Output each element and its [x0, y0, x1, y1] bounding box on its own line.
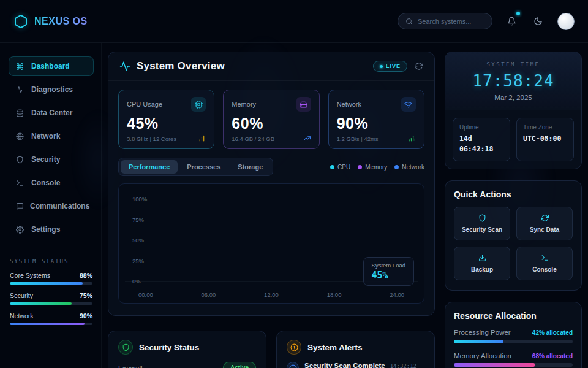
legend-label: Network [402, 164, 424, 171]
resource-label: Memory Allocation [454, 352, 511, 359]
metric-bar-fill [10, 302, 72, 305]
sidebar-item-label: Security [31, 155, 60, 164]
stat-icon [401, 97, 416, 112]
metric-bar-track [10, 302, 92, 305]
time-cell-value: UTC-08:00 [523, 134, 567, 144]
alert-list: Security Scan Complete 14:32:12 No threa… [287, 362, 424, 368]
tab[interactable]: Processes [179, 160, 228, 174]
system-alerts-title: System Alerts [307, 343, 363, 352]
performance-chart: 100% 75% 50% 25% 0% 00:00 06:00 [118, 183, 424, 304]
time-cell-label: Uptime [459, 124, 503, 131]
top-bar: NEXUS OS [0, 0, 588, 43]
sidebar-divider [10, 248, 92, 248]
metric-value: 75% [80, 292, 92, 299]
chart-gridline [125, 240, 418, 240]
sidebar-item-icon [16, 86, 25, 94]
system-time-value: 17:58:24 [454, 72, 573, 90]
live-label: LIVE [386, 63, 401, 69]
system-time-card: SYSTEM TIME 17:58:24 Mar 2, 2025 Uptime … [445, 52, 582, 169]
sidebar-item[interactable]: Network [9, 126, 94, 146]
status-badge: Active [223, 362, 256, 368]
x-axis-tick: 06:00 [202, 291, 216, 298]
refresh-icon [415, 62, 423, 71]
sidebar-item-icon [16, 132, 25, 140]
page-title: System Overview [137, 60, 225, 72]
quick-action-label: Backup [471, 266, 493, 273]
system-status-list: Core Systems 88% Security 75% [9, 272, 94, 325]
stat-label: Network [337, 101, 361, 108]
security-status-title: Security Status [139, 343, 199, 352]
quick-action-button[interactable]: Backup [454, 247, 510, 280]
bottom-row: Security Status Firewall Active System A… [108, 331, 435, 368]
sidebar-item[interactable]: Settings [9, 220, 94, 239]
tab[interactable]: Performance [121, 160, 178, 174]
sidebar-item[interactable]: Diagnostics [9, 80, 94, 99]
sidebar-item[interactable]: Security [9, 150, 94, 169]
stat-value: 90% [337, 115, 416, 132]
x-axis-tick: 00:00 [138, 291, 153, 298]
sidebar-item-icon [16, 202, 24, 210]
system-date: Mar 2, 2025 [454, 94, 573, 101]
shield-icon [118, 340, 133, 355]
resource-bar-track [454, 363, 573, 367]
stat-icon [296, 97, 311, 112]
notifications-button[interactable] [505, 14, 519, 28]
stat-mini-chart-icon [303, 134, 311, 142]
moon-icon [533, 17, 543, 26]
stat-detail: 1.2 GB/s | 42ms [337, 136, 379, 142]
resource-allocation-card: Resource Allocation Processing Power 42%… [445, 302, 582, 368]
resource-bar-track [454, 340, 573, 343]
stat-card: Memory 60% 16.4 GB / 24 GB [223, 90, 319, 149]
stat-value: 45% [127, 115, 206, 132]
system-status-title: SYSTEM STATUS [10, 258, 92, 264]
activity-icon [119, 61, 130, 72]
stat-icon [191, 97, 206, 112]
sidebar-item[interactable]: Data Center [9, 103, 94, 123]
live-dot [380, 65, 383, 68]
metric-value: 90% [80, 312, 92, 320]
resource-rows: Processing Power 42% allocated Memory Al… [454, 329, 573, 367]
sidebar-item-label: Data Center [31, 109, 72, 117]
sidebar-item-label: Dashboard [31, 62, 70, 71]
bell-icon [507, 17, 516, 26]
refresh-button[interactable] [415, 62, 423, 71]
stat-card: Network 90% 1.2 GB/s | 42ms [328, 90, 424, 149]
stat-label: CPU Usage [127, 101, 162, 108]
metric-bar-fill [10, 282, 83, 285]
sidebar-item-icon [16, 63, 25, 71]
system-overview-panel: System Overview LIVE CPU Usage [108, 52, 435, 316]
overview-header: System Overview LIVE [108, 52, 434, 81]
resource-allocation-title: Resource Allocation [454, 311, 573, 321]
stat-detail: 3.8 GHz | 12 Cores [127, 136, 176, 142]
quick-action-button[interactable]: Security Scan [454, 207, 510, 240]
quick-action-button[interactable]: Console [516, 247, 573, 280]
quick-actions-title: Quick Actions [454, 190, 573, 199]
quick-actions-card: Quick Actions Security Scan Sync Data Ba… [445, 180, 582, 291]
notification-dot [516, 12, 520, 15]
sidebar-item[interactable]: Dashboard [9, 56, 94, 76]
sidebar-item[interactable]: Communications [9, 196, 94, 216]
stat-value: 60% [232, 115, 311, 132]
legend-dot [358, 165, 362, 169]
security-row-label: Firewall [118, 364, 143, 368]
quick-action-button[interactable]: Sync Data [516, 207, 573, 240]
sidebar-item-label: Diagnostics [31, 85, 73, 94]
search-box[interactable] [398, 13, 492, 29]
resource-value: 68% allocated [532, 353, 573, 359]
legend-item: CPU [330, 164, 350, 171]
user-avatar[interactable] [557, 13, 575, 30]
sidebar-item[interactable]: Console [9, 173, 94, 193]
hexagon-logo-icon [13, 14, 28, 29]
tab[interactable]: Storage [230, 160, 271, 174]
metric-bar-fill [10, 323, 85, 325]
chart-legend: CPU Memory Network [330, 164, 424, 171]
alert-item[interactable]: Security Scan Complete 14:32:12 No threa… [287, 362, 424, 368]
metric-label: Security [10, 292, 33, 299]
live-badge: LIVE [373, 61, 407, 72]
sidebar-item-label: Settings [31, 225, 60, 234]
quick-action-label: Security Scan [462, 226, 502, 233]
chart-gridline [125, 220, 418, 220]
search-input[interactable] [418, 18, 484, 25]
sidebar-item-label: Network [31, 132, 60, 140]
theme-toggle-button[interactable] [531, 14, 545, 28]
